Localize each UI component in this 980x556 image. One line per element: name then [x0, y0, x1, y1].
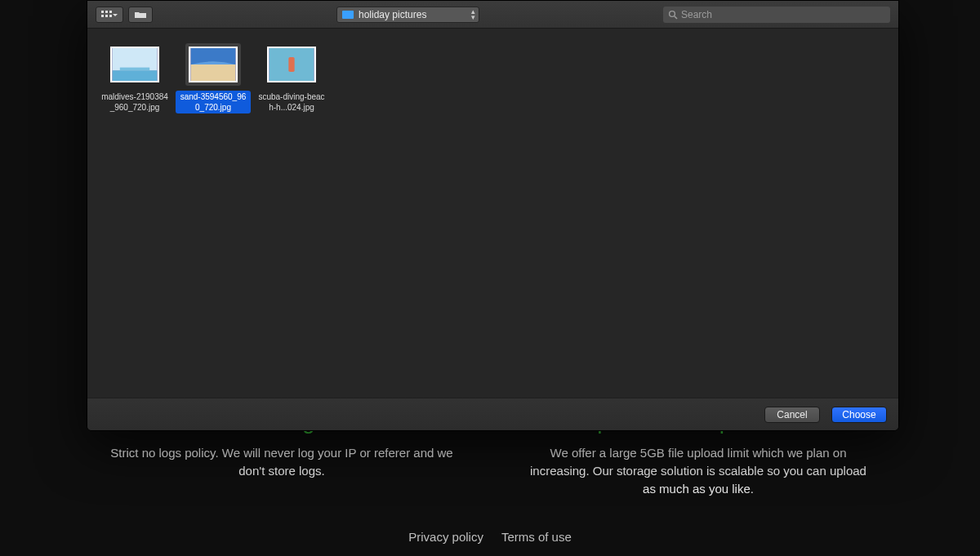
file-name: sand-3594560_960_720.jpg: [176, 91, 251, 113]
file-item[interactable]: sand-3594560_960_720.jpg: [174, 42, 252, 115]
feature-body: Strict no logs policy. We will never log…: [106, 444, 457, 480]
svg-rect-3: [101, 15, 104, 17]
choose-button[interactable]: Choose: [831, 407, 887, 423]
file-name: maldives-2190384_960_720.jpg: [97, 91, 172, 113]
svg-rect-0: [101, 11, 104, 13]
search-icon: [668, 10, 678, 20]
svg-rect-9: [113, 70, 158, 81]
dialog-toolbar: holiday pictures ▴▾: [87, 1, 898, 29]
image-thumbnail-icon: [269, 48, 314, 81]
chevron-updown-icon: ▴▾: [471, 9, 475, 20]
thumbnail: [267, 47, 316, 82]
image-thumbnail-icon: [112, 48, 158, 81]
view-mode-group: [96, 7, 153, 23]
svg-point-6: [670, 11, 675, 16]
location-dropdown[interactable]: holiday pictures ▴▾: [336, 7, 479, 23]
icon-view-button[interactable]: [96, 7, 123, 23]
thumbnail-holder: [264, 43, 319, 86]
feature-body: We offer a large 5GB file upload limit w…: [523, 444, 874, 497]
thumbnail-holder: [185, 43, 241, 86]
folder-icon: [134, 11, 147, 19]
svg-rect-14: [288, 57, 294, 72]
svg-rect-4: [105, 15, 108, 17]
svg-rect-1: [105, 11, 108, 13]
svg-line-7: [675, 16, 677, 19]
svg-rect-2: [109, 11, 112, 13]
search-input[interactable]: [681, 9, 885, 20]
file-grid[interactable]: maldives-2190384_960_720.jpg sand-359456…: [87, 29, 898, 398]
search-field[interactable]: [663, 7, 890, 23]
thumbnail-holder: [107, 43, 163, 86]
thumbnail: [110, 47, 159, 82]
footer-links: Privacy policy Terms of use: [408, 530, 572, 544]
thumbnail: [189, 47, 238, 82]
folder-view-button[interactable]: [128, 7, 153, 23]
file-name: scuba-diving-beach-h...024.jpg: [254, 91, 329, 113]
file-item[interactable]: maldives-2190384_960_720.jpg: [96, 42, 174, 115]
location-name: holiday pictures: [359, 9, 426, 20]
svg-rect-8: [113, 48, 158, 70]
grid-icon: [101, 11, 118, 19]
dialog-button-bar: Cancel Choose: [87, 398, 898, 430]
cancel-button[interactable]: Cancel: [764, 407, 820, 423]
svg-rect-12: [191, 64, 236, 81]
svg-rect-10: [120, 68, 149, 71]
file-item[interactable]: scuba-diving-beach-h...024.jpg: [252, 42, 331, 115]
image-thumbnail-icon: [190, 48, 236, 81]
privacy-policy-link[interactable]: Privacy policy: [408, 530, 483, 544]
terms-of-use-link[interactable]: Terms of use: [501, 530, 572, 544]
file-open-dialog: holiday pictures ▴▾ mal: [87, 0, 899, 431]
svg-rect-5: [109, 15, 112, 17]
folder-icon: [342, 11, 354, 19]
